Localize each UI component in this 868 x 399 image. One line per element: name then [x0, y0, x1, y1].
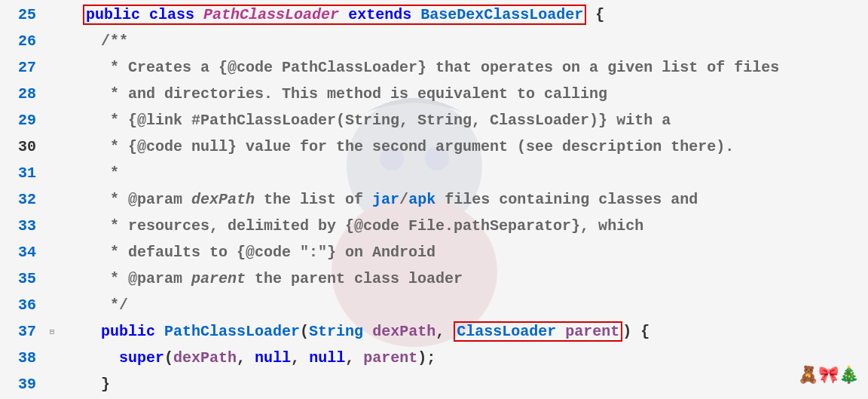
- line-number: 33: [0, 217, 45, 235]
- code-content: public class PathClassLoader extends Bas…: [59, 5, 604, 25]
- code-content: super(dexPath, null, null, parent);: [59, 349, 436, 367]
- code-line[interactable]: 30 * {@code null} value for the second a…: [0, 134, 868, 160]
- highlight-box: ClassLoader parent: [454, 321, 622, 342]
- code-line[interactable]: 32 * @param dexPath the list of jar/apk …: [0, 186, 868, 213]
- code-content: * and directories. This method is equiva…: [59, 85, 607, 103]
- line-number: 29: [0, 112, 45, 129]
- line-number: 32: [0, 191, 45, 208]
- code-content: public PathClassLoader(String dexPath, C…: [59, 321, 649, 342]
- line-number: 36: [0, 296, 45, 314]
- code-content: * defaults to {@code ":"} on Android: [59, 244, 436, 261]
- code-line[interactable]: 29 * {@link #PathClassLoader(String, Str…: [0, 107, 868, 134]
- line-number: 38: [0, 349, 45, 367]
- code-content: * {@code null} value for the second argu…: [59, 138, 734, 155]
- code-line[interactable]: 31 *: [0, 160, 868, 186]
- line-number: 31: [0, 164, 45, 182]
- line-number: 28: [0, 85, 45, 103]
- code-content: * @param parent the parent class loader: [59, 270, 463, 287]
- code-line[interactable]: 39 }: [0, 371, 868, 397]
- code-content: /**: [59, 32, 128, 50]
- code-content: * Creates a {@code PathClassLoader} that…: [59, 59, 779, 76]
- code-line[interactable]: 34 * defaults to {@code ":"} on Android: [0, 239, 868, 265]
- line-number: 35: [0, 270, 45, 287]
- code-content: * {@link #PathClassLoader(String, String…: [59, 112, 671, 129]
- code-line[interactable]: 28 * and directories. This method is equ…: [0, 81, 868, 107]
- code-line[interactable]: 33 * resources, delimited by {@code File…: [0, 213, 868, 239]
- highlight-box: public class PathClassLoader extends Bas…: [83, 5, 586, 25]
- code-content: */: [59, 296, 128, 314]
- code-line[interactable]: 25 public class PathClassLoader extends …: [0, 2, 868, 28]
- line-number: 26: [0, 32, 45, 50]
- line-number: 39: [0, 376, 45, 393]
- code-content: *: [59, 164, 119, 182]
- line-number: 27: [0, 59, 45, 76]
- code-content: * @param dexPath the list of jar/apk fil…: [59, 191, 698, 208]
- code-line[interactable]: 35 * @param parent the parent class load…: [0, 265, 868, 292]
- fold-icon[interactable]: ⊟: [45, 327, 59, 336]
- line-number: 37: [0, 323, 45, 340]
- code-line[interactable]: 27 * Creates a {@code PathClassLoader} t…: [0, 54, 868, 81]
- line-number: 25: [0, 6, 45, 23]
- line-number: 30: [0, 138, 45, 155]
- code-content: }: [59, 376, 110, 393]
- code-line[interactable]: 26 /**: [0, 28, 868, 54]
- code-line[interactable]: 37 ⊟ public PathClassLoader(String dexPa…: [0, 318, 868, 345]
- code-editor[interactable]: 25 public class PathClassLoader extends …: [0, 0, 868, 397]
- code-content: * resources, delimited by {@code File.pa…: [59, 217, 643, 235]
- code-line[interactable]: 36 */: [0, 292, 868, 318]
- line-number: 34: [0, 244, 45, 261]
- code-line[interactable]: 38 super(dexPath, null, null, parent);: [0, 345, 868, 371]
